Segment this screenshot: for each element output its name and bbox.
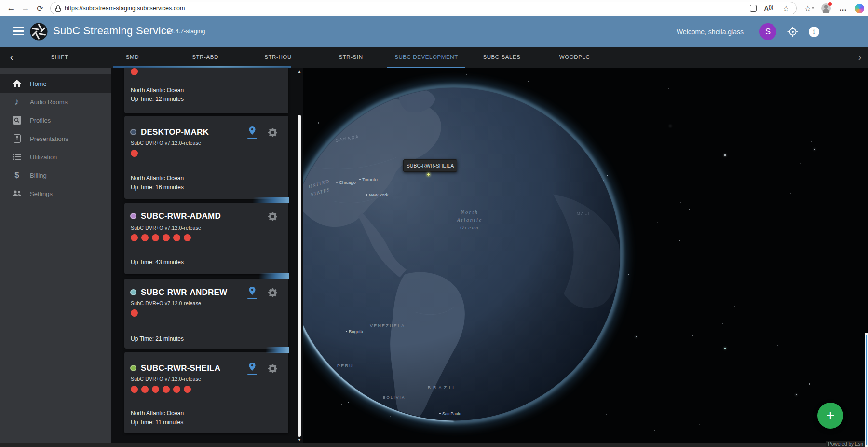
alert-dots <box>131 386 191 393</box>
device-card-subc-rwr-adamd[interactable]: SUBC-RWR-ADAMD SubC DVR+O v7.12.0-releas… <box>124 203 288 274</box>
status-dot <box>130 213 136 219</box>
settings-gear-icon[interactable] <box>268 288 279 299</box>
panel-scrollbar-thumb[interactable] <box>298 115 301 437</box>
globe-glow-sliver <box>253 197 289 203</box>
location-pin-icon[interactable] <box>247 126 257 139</box>
favorites-list-icon[interactable]: ☆≡ <box>804 3 814 14</box>
device-location: North Atlantic Ocean <box>131 87 184 94</box>
globe-glow-sliver <box>266 347 289 353</box>
globe-map[interactable]: CANADA UNITED STATES Chicago Toronto New… <box>303 68 868 443</box>
refresh-icon[interactable]: ⟳ <box>33 1 47 15</box>
more-menu-icon[interactable]: … <box>838 3 848 14</box>
tab-subc-development[interactable]: SUBC DEVELOPMENT <box>387 47 465 68</box>
alert-dots <box>131 68 138 75</box>
page-scrollbar[interactable] <box>865 333 868 447</box>
lock-icon <box>55 5 61 12</box>
device-name: SUBC-RWR-SHEILA <box>141 363 220 373</box>
device-location: North Atlantic Ocean <box>131 175 184 182</box>
people-icon <box>12 188 22 199</box>
app-title: SubC Streaming Service <box>53 25 172 37</box>
tabs-scroll-right-icon[interactable]: › <box>852 47 868 68</box>
url-text[interactable]: https://subcstream-staging.subcservices.… <box>65 5 185 12</box>
status-dot <box>130 289 136 295</box>
alert-dots <box>131 150 138 157</box>
user-avatar[interactable]: S <box>760 23 776 40</box>
notification-dot <box>828 2 832 6</box>
device-tooltip: SUBC-RWR-SHEILA <box>403 159 457 172</box>
device-uptime: Up Time: 43 minutes <box>131 259 184 265</box>
status-dot <box>130 365 136 371</box>
document-clip-icon <box>12 133 22 144</box>
device-location: North Atlantic Ocean <box>131 410 184 417</box>
welcome-text: Welcome, sheila.glass <box>677 28 744 36</box>
scroll-down-icon[interactable]: ▼ <box>296 438 303 442</box>
device-uptime: Up Time: 21 minutes <box>131 335 184 342</box>
sidebar: Home ♪ Audio Rooms Profiles Presentation… <box>0 68 111 443</box>
earth-globe <box>303 68 623 443</box>
list-icon <box>12 152 22 162</box>
address-bar[interactable]: https://subcstream-staging.subcservices.… <box>50 2 797 14</box>
read-aloud-icon[interactable]: A))) <box>764 5 773 12</box>
location-pin-icon[interactable] <box>247 287 257 299</box>
app-version: v4.4.7-staging <box>167 28 205 35</box>
copilot-icon[interactable] <box>855 4 864 13</box>
device-uptime: Up Time: 12 minutes <box>131 96 184 102</box>
dollar-icon: $ <box>12 170 22 181</box>
music-note-icon: ♪ <box>12 97 22 107</box>
locate-icon[interactable] <box>786 25 800 39</box>
info-icon[interactable]: i <box>807 25 821 39</box>
profile-search-icon <box>12 115 22 126</box>
site-tabbar: ‹ SHIFT SMD STR-ABD STR-HOU STR-SIN SUBC… <box>0 47 868 68</box>
device-card-subc-rwr-andrew[interactable]: SUBC-RWR-ANDREW SubC DVR+O v7.12.0-relea… <box>124 279 288 349</box>
sidebar-item-audio-rooms[interactable]: ♪ Audio Rooms <box>0 93 111 111</box>
tab-str-abd[interactable]: STR-ABD <box>169 47 242 68</box>
sidebar-item-settings[interactable]: Settings <box>0 184 111 203</box>
settings-gear-icon[interactable] <box>268 364 279 375</box>
status-dot <box>130 129 136 135</box>
alert-dots <box>131 309 138 317</box>
device-version: SubC DVR+O v7.12.0-release <box>131 225 201 231</box>
bottom-bar: Powered by Esri <box>0 443 868 447</box>
device-uptime: Up Time: 16 minutes <box>131 184 184 191</box>
tab-shift[interactable]: SHIFT <box>23 47 96 68</box>
tab-str-sin[interactable]: STR-SIN <box>314 47 387 68</box>
sidebar-item-home[interactable]: Home <box>0 74 111 93</box>
page-scrollbar-thumb[interactable] <box>866 335 867 445</box>
tab-smd[interactable]: SMD <box>96 47 169 68</box>
sidebar-item-billing[interactable]: $ Billing <box>0 166 111 184</box>
location-pin-icon[interactable] <box>247 363 257 375</box>
sidebar-item-utilization[interactable]: Utilization <box>0 148 111 166</box>
map-attribution: Powered by Esri <box>826 441 865 447</box>
tabs-scroll-left-icon[interactable]: ‹ <box>0 47 23 68</box>
favorite-star-icon[interactable]: ☆ <box>781 3 791 14</box>
device-version: SubC DVR+O v7.12.0-release <box>131 300 201 306</box>
screen: ← → ⟳ https://subcstream-staging.subcser… <box>0 0 868 447</box>
device-card-partial[interactable]: North Atlantic Ocean Up Time: 12 minutes <box>124 68 288 113</box>
tab-str-hou[interactable]: STR-HOU <box>242 47 314 68</box>
settings-gear-icon[interactable] <box>268 128 279 139</box>
subc-logo-icon <box>30 23 48 41</box>
tab-subc-sales[interactable]: SUBC SALES <box>465 47 538 68</box>
tab-woodplc[interactable]: WOODPLC <box>538 47 611 68</box>
scroll-up-icon[interactable]: ▲ <box>296 70 303 74</box>
browser-chrome: ← → ⟳ https://subcstream-staging.subcser… <box>0 0 868 16</box>
add-device-button[interactable]: + <box>817 403 843 429</box>
device-panel: North Atlantic Ocean Up Time: 12 minutes… <box>111 68 303 443</box>
sidebar-item-profiles[interactable]: Profiles <box>0 111 111 129</box>
device-card-desktop-mark[interactable]: DESKTOP-MARK SubC DVR+O v7.12.0-release … <box>124 116 288 199</box>
device-name: SUBC-RWR-ADAMD <box>141 211 221 221</box>
split-screen-icon[interactable] <box>750 5 757 12</box>
forward-icon[interactable]: → <box>18 1 33 15</box>
back-icon[interactable]: ← <box>4 1 18 15</box>
settings-gear-icon[interactable] <box>268 212 279 223</box>
browser-profile-icon[interactable] <box>821 3 831 13</box>
sidebar-item-presentations[interactable]: Presentations <box>0 129 111 148</box>
device-card-subc-rwr-sheila[interactable]: SUBC-RWR-SHEILA SubC DVR+O v7.12.0-relea… <box>124 352 288 433</box>
device-name: SUBC-RWR-ANDREW <box>141 288 227 297</box>
globe-glow-sliver <box>259 273 289 279</box>
device-name: DESKTOP-MARK <box>141 127 209 137</box>
device-marker-dot[interactable] <box>427 173 430 176</box>
device-uptime: Up Time: 11 minutes <box>131 419 183 426</box>
hamburger-menu-icon[interactable] <box>13 27 24 36</box>
app-header: SubC Streaming Service v4.4.7-staging We… <box>0 16 868 47</box>
